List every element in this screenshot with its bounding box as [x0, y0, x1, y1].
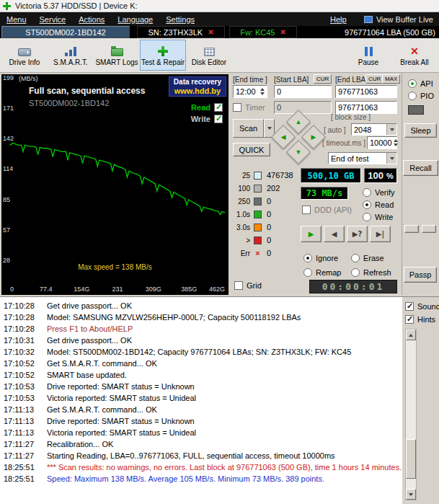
- sound-checkbox[interactable]: Sound: [405, 302, 439, 311]
- skip-question-button[interactable]: ▶?: [347, 226, 368, 242]
- x-tick: 0: [10, 286, 14, 293]
- spinner-icon[interactable]: [259, 88, 265, 95]
- passp-button[interactable]: Passp: [404, 267, 437, 283]
- end-lba-value: 976771063: [338, 87, 378, 96]
- mode-option-verify[interactable]: Verify: [363, 186, 395, 198]
- radio-label: Verify: [375, 188, 395, 197]
- end-lba-cur-button[interactable]: CUR: [365, 74, 383, 84]
- rail-mini-button-1[interactable]: [404, 225, 419, 233]
- quick-button[interactable]: QUICK: [233, 143, 270, 156]
- end-time-input[interactable]: 12:00: [233, 85, 267, 98]
- latency-color-swatch: [254, 185, 262, 193]
- start-lba-current-field: 0: [274, 101, 332, 114]
- close-serial-icon[interactable]: ✕: [208, 29, 213, 36]
- rail-mini-button-2[interactable]: [422, 225, 436, 233]
- menu-item-settings[interactable]: Settings: [159, 15, 201, 24]
- device-bar: ST500DM002-1BD142 SN: Z3THX3LK ✕ Fw: KC4…: [0, 26, 439, 38]
- checkbox-icon: [214, 103, 223, 112]
- end-lba-current-field[interactable]: 976771063: [335, 101, 397, 114]
- elapsed-time-display: 00:00:01: [309, 280, 397, 293]
- toolbar-buttons: Drive InfoS.M.A.R.T.SMART LogsTest & Rep…: [1, 40, 232, 71]
- action-option-erase[interactable]: Erase: [351, 252, 399, 264]
- latency-label: 100: [231, 185, 250, 193]
- toolbar-drive-info-button[interactable]: Drive Info: [1, 40, 48, 71]
- step-back-button[interactable]: ◀: [324, 226, 345, 242]
- menu-item-language[interactable]: Language: [111, 15, 159, 24]
- latency-stat-err: Err×0: [231, 247, 302, 260]
- sleep-button[interactable]: Sleep: [404, 123, 437, 138]
- ddd-checkbox[interactable]: DDD (API): [302, 205, 352, 214]
- scroll-up-icon[interactable]: [406, 330, 416, 340]
- end-lba-max-button[interactable]: MAX: [382, 74, 400, 84]
- error-x-icon: ×: [254, 249, 262, 257]
- scan-button[interactable]: Scan: [233, 119, 275, 138]
- timeout-input[interactable]: 10000: [367, 136, 397, 149]
- scroll-down-icon[interactable]: [406, 489, 416, 500]
- api-radio[interactable]: API: [408, 77, 433, 89]
- checkbox-icon: [234, 281, 243, 290]
- menu-item-menu[interactable]: Menu: [0, 15, 33, 24]
- block-size-label: [ block size ]: [331, 113, 371, 121]
- log-timestamp: 17:11:13: [4, 405, 40, 414]
- start-lba-input[interactable]: 0: [274, 85, 332, 98]
- toolbar-smart-logs-button[interactable]: SMART Logs: [94, 40, 140, 71]
- x-tick: 154G: [74, 286, 89, 293]
- view-buffer-live-button[interactable]: View Buffer Live: [364, 15, 439, 24]
- legend-write[interactable]: Write: [191, 113, 223, 125]
- log-line: 17:10:52Get S.M.A.R.T. command... OK: [4, 358, 402, 369]
- latency-stat-250: 2500: [231, 195, 302, 208]
- block-size-select[interactable]: 2048: [351, 123, 397, 136]
- log-message: Get S.M.A.R.T. command... OK: [40, 405, 157, 414]
- radio-label: Refresh: [363, 268, 391, 277]
- log-timestamp: 17:10:32: [4, 348, 40, 356]
- recall-button[interactable]: Recall: [403, 160, 438, 176]
- pause-button[interactable]: Pause: [345, 40, 391, 71]
- log-timestamp: 17:11:27: [4, 451, 40, 460]
- menu-item-actions[interactable]: Actions: [72, 15, 111, 24]
- menu-item-service[interactable]: Service: [33, 15, 73, 24]
- action-option-ignore[interactable]: Ignore: [303, 252, 351, 264]
- log-scrollbar[interactable]: [405, 329, 417, 500]
- hddby-watermark: Data recovery www.hdd.by: [169, 76, 226, 97]
- checkbox-icon: [233, 103, 241, 112]
- log-message: Speed: Maximum 138 MB/s. Average 105 MB/…: [40, 474, 324, 483]
- pio-radio[interactable]: PIO: [408, 89, 434, 102]
- log-message: Model: ST500DM002-1BD142; Capacity 97677…: [40, 348, 351, 356]
- latency-label: 1.0s: [231, 211, 250, 218]
- mode-option-read[interactable]: Read: [363, 198, 395, 211]
- mode-option-write[interactable]: Write: [363, 211, 395, 223]
- legend-read[interactable]: Read: [191, 102, 223, 113]
- log-timestamp: 17:10:31: [4, 336, 40, 345]
- action-option-refresh[interactable]: Refresh: [351, 266, 399, 278]
- pause-label: Pause: [358, 58, 378, 66]
- menu-item-help[interactable]: Help: [324, 15, 353, 24]
- toolbar-test-repair-button[interactable]: Test & Repair: [140, 40, 186, 71]
- drive-selector[interactable]: ST500DM002-1BD142: [1, 26, 130, 38]
- spinner-icon[interactable]: [392, 139, 398, 146]
- close-firmware-icon[interactable]: ✕: [280, 29, 285, 36]
- latency-count: 0: [267, 210, 271, 218]
- seek-down-button[interactable]: ▼: [286, 140, 311, 164]
- firmware-label: Fw: KC45: [240, 28, 275, 37]
- log-line: 17:11:27Starting Reading, LBA=0..9767710…: [4, 450, 402, 461]
- hints-checkbox[interactable]: Hints: [405, 315, 435, 324]
- break-all-button[interactable]: Break All: [391, 40, 438, 71]
- chart-legend: ReadWrite: [191, 102, 223, 125]
- scrollbar-thumb[interactable]: [406, 439, 416, 479]
- jump-end-button[interactable]: ▶|: [370, 226, 391, 242]
- grid-checkbox[interactable]: Grid: [234, 281, 262, 290]
- start-button[interactable]: ▶: [301, 226, 322, 242]
- x-tick: 231: [112, 286, 123, 293]
- timer-checkbox[interactable]: Timer: [233, 103, 265, 112]
- scan-graph: 199171142114855728 (MB/s) 077.4154G23130…: [1, 74, 229, 295]
- end-lba-input[interactable]: 976771063: [335, 85, 397, 98]
- end-of-test-select[interactable]: End of test: [328, 152, 397, 164]
- log-message: Get S.M.A.R.T. command... OK: [40, 359, 157, 368]
- start-lba-cur-button[interactable]: CUR: [314, 74, 332, 84]
- toolbar-s-m-a-r-t-button[interactable]: S.M.A.R.T.: [48, 40, 94, 71]
- toolbar-disk-editor-button[interactable]: Disk Editor: [186, 40, 232, 71]
- menu-items: MenuServiceActionsLanguageSettings: [0, 15, 201, 24]
- action-option-remap[interactable]: Remap: [303, 266, 351, 278]
- progress-unit: %: [386, 172, 394, 180]
- log-timestamp: 17:10:52: [4, 359, 40, 368]
